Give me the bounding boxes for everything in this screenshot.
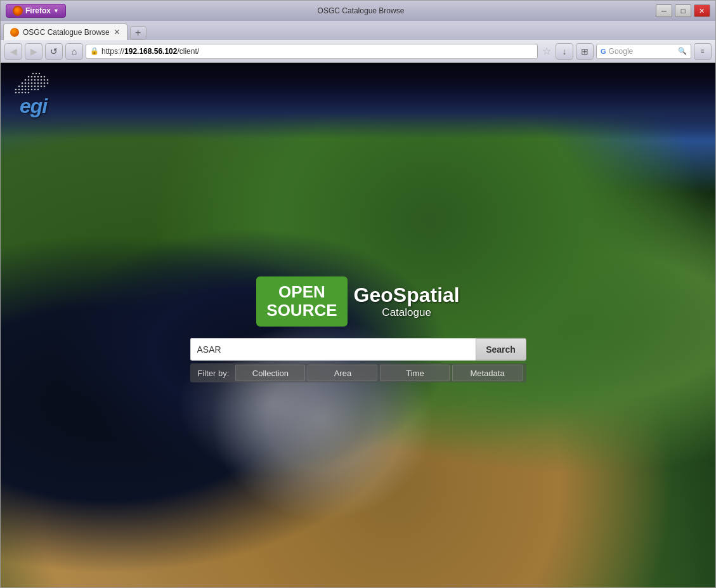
downloads-button[interactable]: ↓ [556,43,573,60]
svg-point-30 [31,86,33,88]
svg-point-7 [41,76,42,78]
svg-point-6 [37,76,39,78]
svg-point-34 [44,86,46,88]
tab-favicon-icon [10,28,19,37]
new-tab-button[interactable]: + [130,26,146,40]
svg-point-28 [25,86,27,88]
svg-point-43 [15,92,17,94]
svg-point-3 [28,76,30,78]
filter-row: Filter by: Collection Area Time Metadata [190,363,526,382]
svg-point-36 [18,89,20,91]
nav-right-buttons: ↓ ⊞ [556,43,594,60]
firefox-dropdown-icon: ▼ [53,8,59,14]
open-source-badge: OPEN SOURCE [256,276,347,327]
ssl-lock-icon: 🔒 [90,47,99,55]
svg-point-0 [32,73,34,74]
svg-point-15 [44,79,46,81]
svg-point-42 [37,89,39,91]
address-bar[interactable]: 🔒 https://192.168.56.102/client/ [86,44,538,59]
svg-point-5 [34,76,36,78]
svg-point-29 [28,86,30,88]
svg-point-33 [41,86,42,88]
forward-button[interactable]: ▶ [25,43,42,60]
url-host: 192.168.56.102 [124,47,177,56]
close-button[interactable]: ✕ [694,4,710,17]
source-label: SOURCE [266,301,337,320]
window-controls: ─ □ ✕ [656,4,710,17]
main-content: egi OPEN SOURCE GeoSpatial Catalogue Sea… [1,63,715,587]
center-content: OPEN SOURCE GeoSpatial Catalogue Search … [190,276,526,382]
home-button[interactable]: ⌂ [65,43,83,60]
svg-point-21 [34,82,36,84]
window-title: OSGC Catalogue Browse [263,6,459,15]
browser-search-bar[interactable]: G Google 🔍 [596,44,691,59]
search-button[interactable]: Search [476,338,526,361]
svg-point-45 [22,92,23,94]
svg-point-37 [22,89,23,91]
brand-logo: OPEN SOURCE GeoSpatial Catalogue [256,276,459,327]
minimize-button[interactable]: ─ [656,4,672,17]
svg-point-23 [41,82,42,84]
svg-point-4 [31,76,33,78]
svg-point-39 [28,89,30,91]
space-layer [1,63,715,139]
svg-point-13 [37,79,39,81]
svg-point-8 [44,76,46,78]
collection-filter-button[interactable]: Collection [235,365,305,381]
svg-point-18 [25,82,27,84]
bookmark-sidebar-button[interactable]: ⊞ [576,43,594,60]
tab-close-button[interactable]: ✕ [114,27,120,37]
browser-window: Firefox ▼ OSGC Catalogue Browse ─ □ ✕ OS… [0,0,716,588]
brand-text: GeoSpatial Catalogue [354,284,460,319]
nav-bar: ◀ ▶ ↺ ⌂ 🔒 https://192.168.56.102/client/… [1,40,715,63]
svg-point-9 [25,79,27,81]
svg-point-24 [44,82,46,84]
svg-point-44 [18,92,20,94]
svg-point-35 [15,89,17,91]
url-path: /client/ [177,47,199,56]
extensions-button[interactable]: ≡ [694,43,712,60]
geospatial-label: GeoSpatial [354,284,460,306]
tab-label: OSGC Catalogue Browse [23,28,110,37]
open-label: OPEN [266,282,337,301]
filter-by-label: Filter by: [193,369,235,378]
svg-point-2 [39,73,40,74]
egi-dots-icon [10,72,57,96]
browser-search-icon: 🔍 [678,47,687,55]
maximize-button[interactable]: □ [675,4,691,17]
svg-point-16 [47,79,49,81]
svg-point-46 [25,92,27,94]
svg-point-25 [47,82,49,84]
svg-point-32 [37,86,39,88]
metadata-filter-button[interactable]: Metadata [452,365,522,381]
svg-point-38 [25,89,27,91]
svg-point-19 [28,82,30,84]
search-container: Search Filter by: Collection Area Time M… [190,338,526,382]
svg-point-20 [31,82,33,84]
egi-logo: egi [10,72,57,116]
svg-point-10 [28,79,30,81]
svg-point-1 [36,73,37,74]
area-filter-button[interactable]: Area [308,365,377,381]
active-tab[interactable]: OSGC Catalogue Browse ✕ [3,23,127,40]
svg-point-22 [37,82,39,84]
egi-text-label: egi [20,96,47,116]
firefox-menu-button[interactable]: Firefox ▼ [6,4,66,18]
search-input[interactable] [190,338,476,361]
reload-button[interactable]: ↺ [45,43,63,60]
bookmark-star-button[interactable]: ☆ [540,44,553,59]
url-display: https://192.168.56.102/client/ [101,47,199,56]
svg-point-26 [18,86,20,88]
firefox-menu-label: Firefox [25,6,51,15]
svg-point-40 [31,89,33,91]
catalogue-label: Catalogue [354,306,460,319]
svg-point-11 [31,79,33,81]
svg-point-14 [41,79,42,81]
svg-point-12 [34,79,36,81]
svg-point-41 [34,89,36,91]
svg-point-31 [34,86,36,88]
svg-point-27 [22,86,23,88]
svg-point-17 [22,82,23,84]
time-filter-button[interactable]: Time [380,365,450,381]
back-button[interactable]: ◀ [4,43,22,60]
